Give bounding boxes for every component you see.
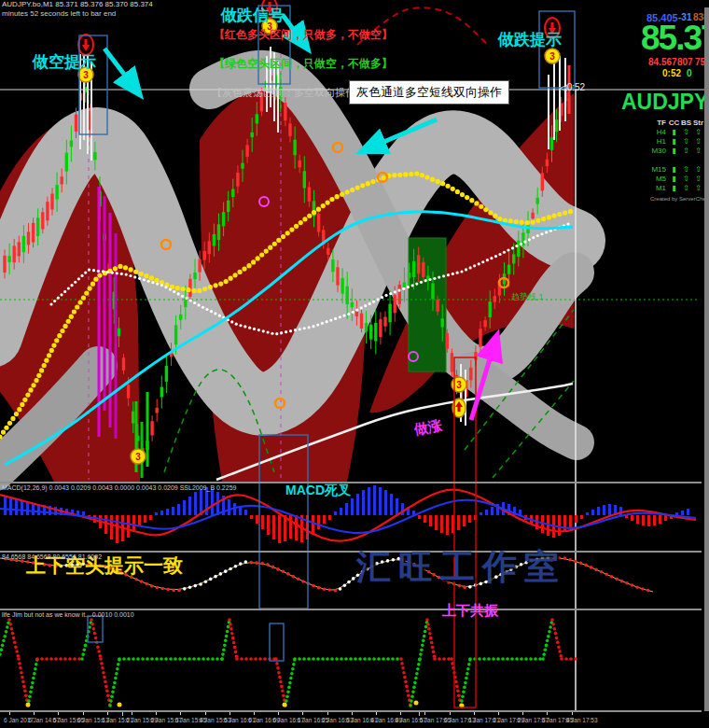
studio-watermark: 汇旺工作室 [356, 549, 566, 587]
macd-cross-annotation: MACD死叉 [285, 483, 351, 497]
gray-zone-note: 【灰色震荡区间：多空双向操作】 [212, 87, 366, 98]
panel-separator[interactable] [0, 609, 702, 610]
svg-text:3: 3 [549, 51, 555, 62]
tf-signal-row: M1▮⇧⇧⇧ [646, 183, 709, 192]
big-bid-price: 85.374 [641, 20, 709, 58]
trading-terminal-window: 33333 AUDJPY.bo,M1 85.371 85.376 85.370 … [0, 0, 709, 728]
time-axis[interactable]: 6 Jan 20176 Jan 14:576 Jan 15:056 Jan 15… [0, 712, 709, 728]
tf-signal-row: M5▮⇧⇧⇧ [646, 174, 709, 183]
tf-signal-row: H1▮⇧⇧⇧ [646, 136, 709, 146]
timeframe-signal-table: TFCCBSStrTRH4▮⇧⇧⇧H1▮⇧⇧⇧M30▮⇧⇧⇧M15▮⇧⇧⇧M5▮… [646, 118, 709, 192]
tf-signal-row: M15▮⇧⇧⇧ [646, 164, 709, 174]
resonance-annotation: 上下共振 [442, 603, 498, 619]
green-zone-note: 【绿色空头区间，只做空，不做多】 [214, 58, 393, 70]
tf-header: TF [646, 119, 668, 127]
quote-v1: 807 [677, 57, 693, 67]
panel-separator[interactable] [0, 482, 702, 483]
tf-header: BS [680, 119, 692, 127]
credit-label: Created by ServerCheng [650, 196, 709, 203]
low-price: 84.567 [648, 57, 677, 67]
tf-header: Str [692, 119, 704, 127]
tf-header: CC [668, 119, 680, 127]
red-zone-note: 【红色多头区间，只做多，不做空】 [214, 29, 393, 41]
svg-text:3: 3 [456, 380, 462, 390]
time-label: 6 Jan 17:53 [566, 717, 598, 723]
tf-signal-row: H4▮⇧⇧⇧ [646, 127, 709, 136]
bar-countdown-label: minutes 52 seconds left to bar end [2, 10, 116, 19]
main-chart-canvas[interactable]: 33333 [0, 0, 709, 728]
sell-signal-annotation: 做跌信号 [221, 7, 285, 25]
sell-hint-annotation: 做跌提示 [498, 32, 562, 49]
panel-separator[interactable] [0, 551, 702, 553]
macd-indicator-label: MACD(12,26,9) 0.0043 0.0209 0.0043 0.000… [2, 484, 236, 492]
channel-note-box[interactable]: 灰色通道多空短线双向操作 [349, 80, 509, 105]
panel-zero: 0 [687, 68, 692, 78]
panel-countdown: 0:52 [662, 68, 681, 78]
zigzag-indicator-label: life Jim but not as we know it... 0.0010… [2, 611, 134, 619]
right-scroll-strip[interactable] [704, 7, 709, 711]
tf-signal-row: M30▮⇧⇧⇧ [646, 146, 709, 155]
svg-text:3: 3 [135, 452, 141, 462]
symbol-title: AUDJPY.bo [621, 91, 709, 114]
countdown-tag: ◁0:52 [560, 82, 585, 92]
sar-indicator-label: 84.6568 84.6568 80.6556 81.6092 [2, 553, 102, 561]
short-hint-annotation: 做空提示 [33, 54, 96, 72]
symbol-ohlc-label: AUDJPY.bo,M1 85.371 85.376 85.370 85.374 [2, 1, 153, 9]
trend-line-label: 趋势线 1 [511, 293, 544, 302]
